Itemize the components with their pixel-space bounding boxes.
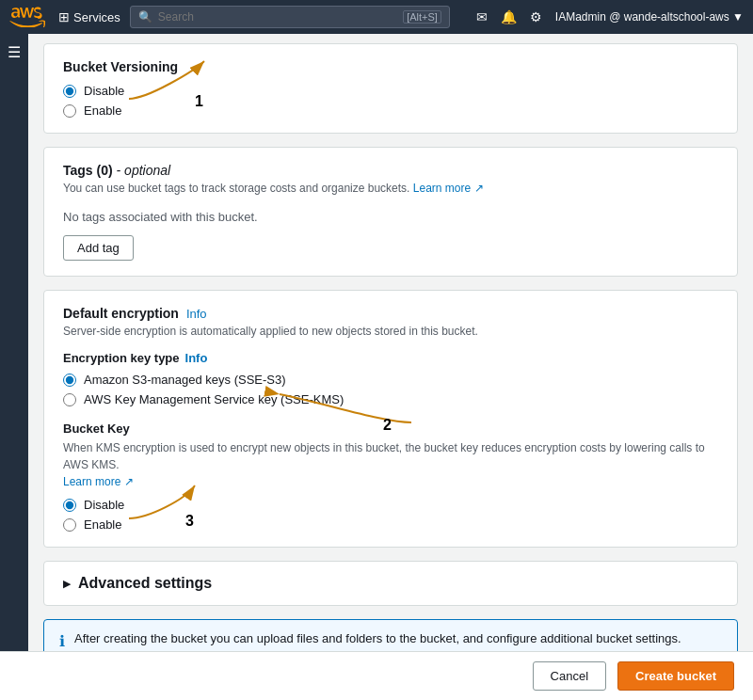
tags-label: Tags	[63, 163, 93, 178]
bucket-key-description: When KMS encryption is used to encrypt n…	[63, 439, 718, 490]
services-menu[interactable]: ⊞ Services	[58, 9, 120, 24]
versioning-radio-group: Disable Enable	[63, 84, 718, 118]
create-bucket-button[interactable]: Create bucket	[617, 661, 734, 691]
user-menu[interactable]: IAMadmin @ wande-altschool-aws ▼	[555, 10, 744, 24]
bell-icon[interactable]: 🔔	[501, 9, 517, 24]
versioning-enable-label: Enable	[84, 103, 121, 118]
sse-s3-option[interactable]: Amazon S3-managed keys (SSE-S3)	[63, 373, 718, 387]
support-icon[interactable]: ⚙	[530, 9, 542, 24]
versioning-disable-option[interactable]: Disable	[63, 84, 718, 98]
encryption-key-info-link[interactable]: Info	[185, 351, 208, 365]
tags-title: Tags (0) - optional	[63, 163, 718, 178]
bucket-key-external-icon: ↗	[124, 475, 134, 488]
encryption-key-type-section: Encryption key type Info Amazon S3-manag…	[63, 351, 718, 406]
bucket-key-disable-label: Disable	[84, 498, 124, 512]
bucket-key-enable-radio[interactable]	[63, 518, 76, 532]
sse-s3-label: Amazon S3-managed keys (SSE-S3)	[84, 373, 286, 387]
sse-kms-option[interactable]: AWS Key Management Service key (SSE-KMS)	[63, 392, 718, 406]
bucket-versioning-section: Bucket Versioning Disable Enable 1	[43, 43, 738, 134]
bucket-key-section: Bucket Key When KMS encryption is used t…	[63, 422, 718, 532]
default-encryption-section: Default encryption Info Server-side encr…	[43, 290, 738, 548]
info-circle-icon: ℹ	[59, 632, 65, 650]
services-label: Services	[73, 10, 120, 24]
nav-icons: ✉ 🔔 ⚙ IAMadmin @ wande-altschool-aws ▼	[476, 9, 744, 24]
aws-logo	[9, 7, 45, 27]
bucket-key-disable-radio[interactable]	[63, 499, 76, 512]
search-shortcut: [Alt+S]	[403, 10, 441, 24]
search-bar[interactable]: 🔍 [Alt+S]	[130, 6, 450, 28]
sidebar: ☰	[0, 34, 28, 700]
search-icon: 🔍	[138, 10, 152, 24]
top-navigation: ⊞ Services 🔍 [Alt+S] ✉ 🔔 ⚙ IAMadmin @ wa…	[0, 0, 753, 34]
sse-s3-radio[interactable]	[63, 374, 76, 387]
tags-count: (0)	[97, 163, 113, 178]
versioning-disable-label: Disable	[84, 84, 124, 98]
bucket-key-enable-option[interactable]: Enable	[63, 517, 718, 532]
chevron-right-icon: ▶	[63, 578, 71, 590]
default-encryption-info-link[interactable]: Info	[186, 307, 207, 321]
bucket-key-title: Bucket Key	[63, 422, 718, 436]
sidebar-menu-icon[interactable]: ☰	[8, 43, 21, 61]
bucket-versioning-title: Bucket Versioning	[63, 59, 718, 74]
tags-section: Tags (0) - optional You can use bucket t…	[43, 147, 738, 277]
page-footer: Cancel Create bucket	[0, 651, 753, 700]
versioning-enable-option[interactable]: Enable	[63, 103, 718, 118]
encryption-key-radio-group: Amazon S3-managed keys (SSE-S3) AWS Key …	[63, 373, 718, 406]
grid-icon: ⊞	[58, 9, 70, 24]
tags-optional: - optional	[117, 163, 171, 178]
cancel-button[interactable]: Cancel	[533, 661, 606, 691]
info-banner-text: After creating the bucket you can upload…	[74, 631, 681, 645]
external-link-icon: ↗	[474, 182, 484, 195]
bucket-key-enable-label: Enable	[84, 517, 121, 532]
bucket-key-radio-group: Disable Enable	[63, 498, 718, 532]
tags-subtitle: You can use bucket tags to track storage…	[63, 182, 718, 195]
envelope-icon[interactable]: ✉	[476, 9, 488, 24]
versioning-enable-radio[interactable]	[63, 104, 76, 118]
bucket-key-learn-more-link[interactable]: Learn more ↗	[63, 475, 134, 488]
encryption-key-type-label: Encryption key type Info	[63, 351, 718, 365]
sse-kms-radio[interactable]	[63, 393, 76, 406]
bucket-key-disable-option[interactable]: Disable	[63, 498, 718, 512]
default-encryption-title: Default encryption	[63, 306, 179, 321]
advanced-settings-title: Advanced settings	[78, 575, 212, 592]
versioning-disable-radio[interactable]	[63, 85, 76, 98]
main-content: Bucket Versioning Disable Enable 1	[28, 34, 753, 700]
search-input[interactable]	[158, 10, 397, 24]
sse-kms-label: AWS Key Management Service key (SSE-KMS)	[84, 392, 344, 406]
default-encryption-subtitle: Server-side encryption is automatically …	[63, 325, 718, 338]
tags-learn-more-link[interactable]: Learn more ↗	[413, 182, 484, 195]
advanced-settings-section[interactable]: ▶ Advanced settings	[43, 561, 738, 606]
add-tag-button[interactable]: Add tag	[63, 235, 134, 261]
no-tags-message: No tags associated with this bucket.	[63, 210, 718, 224]
